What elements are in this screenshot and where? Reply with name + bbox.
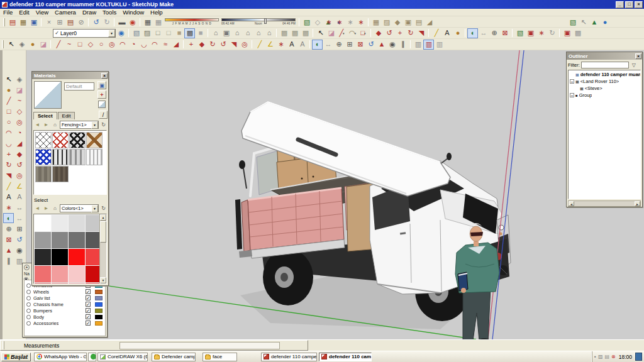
start-button[interactable]: Başlat — [1, 353, 31, 361]
select-tool[interactable]: ↖ — [3, 74, 14, 84]
back-icon[interactable]: ◄ — [33, 204, 42, 212]
menu-file[interactable]: File — [0, 9, 16, 16]
offset-tool[interactable]: ◎ — [239, 40, 250, 50]
menu-draw[interactable]: Draw — [79, 9, 99, 16]
color-brick-1[interactable] — [35, 283, 51, 284]
outliner-steve[interactable]: ▦ <Steve> — [569, 85, 640, 92]
rotated-rectangle-tool[interactable]: ◇ — [14, 106, 25, 116]
task-coreldraw[interactable]: CorelDRAW X6 (64-Bit) — [97, 353, 148, 361]
scroll-left-icon[interactable]: ◄ — [569, 201, 574, 206]
rectangle-button[interactable]: □ ▾ — [358, 28, 369, 38]
swatch-gray-bar-fence[interactable] — [69, 149, 86, 165]
3d-text-tool[interactable]: A — [14, 192, 25, 202]
maximize-button[interactable]: □ — [625, 1, 633, 8]
toolbar-grip[interactable] — [3, 341, 4, 349]
color-near-black[interactable] — [35, 249, 51, 265]
text-button[interactable]: A — [441, 28, 452, 38]
outliner-title-bar[interactable]: Outliner × — [567, 52, 642, 60]
position-camera-tool[interactable]: ▲ — [376, 40, 387, 50]
paint-bucket-tool[interactable]: ● — [27, 40, 38, 50]
shadow-time-slider[interactable]: 06:42 AM Noon 04:46 PM — [221, 18, 296, 27]
color-gray-1[interactable] — [35, 232, 51, 248]
filter-input[interactable] — [581, 62, 629, 69]
materials-button[interactable]: ▣ — [525, 28, 536, 38]
look-around-tool[interactable]: ◉ — [14, 245, 25, 255]
scale-tool[interactable]: ◥ — [228, 40, 239, 50]
sandbox-stamp-button[interactable]: ▣ — [402, 17, 413, 27]
rotate-button[interactable]: ↻ — [405, 28, 416, 38]
tree-expander-icon[interactable] — [574, 86, 579, 90]
tray-alert-icon[interactable]: ⊗ — [611, 354, 616, 359]
home-icon[interactable]: ⌂ — [51, 121, 59, 129]
section-display-tool[interactable]: ▥ — [413, 40, 423, 50]
rotate-tool[interactable]: ↻ — [3, 160, 14, 170]
style-back-edges-button[interactable]: ▨ — [142, 28, 152, 38]
outliner-close-icon[interactable]: × — [635, 53, 641, 59]
layer-galv-list[interactable]: Galv list ✓ — [25, 295, 105, 301]
previous-view-tool[interactable]: ↺ — [14, 234, 25, 244]
line-button[interactable]: ╱ ▾ — [336, 28, 347, 38]
display-pane-button[interactable]: ▣ — [97, 81, 106, 89]
zoom-window-tool[interactable]: ⊞ — [344, 40, 355, 50]
view-back-button[interactable]: ⌂ — [253, 28, 264, 38]
task-sketchup-2[interactable]: defender 110 camper... — [319, 353, 372, 361]
layer-color-chip[interactable] — [95, 321, 103, 326]
polygon-tool[interactable]: ◎ — [14, 117, 25, 127]
2pt-arc-tool[interactable]: ◡ — [3, 138, 14, 148]
forward-icon[interactable]: ► — [42, 204, 50, 212]
vegetation-1-button[interactable]: ∗ — [323, 17, 334, 27]
follow-me-tool[interactable]: ↺ — [218, 40, 228, 50]
tree-expander-icon[interactable]: + — [570, 79, 574, 84]
layer-radio[interactable] — [26, 290, 31, 294]
zoom-tool[interactable]: ⊕ — [333, 40, 344, 50]
outliner-group[interactable]: + ■ Group — [569, 92, 640, 99]
materials-title-bar[interactable]: Materials × — [32, 72, 108, 79]
layer-visible-checkbox[interactable]: ✓ — [86, 308, 91, 313]
tray-app-icon[interactable]: ▪ — [594, 354, 596, 359]
new-button[interactable]: ▤ — [7, 17, 18, 27]
protractor-tool[interactable]: ∠ — [265, 40, 275, 50]
styles-button[interactable]: ▧ — [514, 28, 525, 38]
style-shaded-textures-button[interactable]: ▩ — [184, 28, 195, 38]
3d-viewport[interactable] — [26, 50, 644, 339]
zoom-extents-tool[interactable]: ⊠ — [3, 234, 14, 244]
rectangle-tool[interactable]: □ — [3, 106, 14, 116]
previous-view-tool[interactable]: ↺ — [365, 40, 376, 50]
shadow-dialog-button[interactable]: ▦ — [142, 17, 153, 27]
zoom-button[interactable]: ⊕ — [489, 28, 499, 38]
style-shaded-button[interactable]: ■ — [174, 28, 184, 38]
layer-visible-checkbox[interactable]: ✓ — [86, 302, 91, 307]
material-preview-swatch[interactable] — [34, 81, 62, 109]
push-pull-tool[interactable]: ◆ — [14, 149, 25, 159]
colors-dropdown-arrow[interactable]: ▼ — [91, 205, 98, 212]
scale-tool[interactable]: ◥ — [3, 170, 14, 180]
menu-camera[interactable]: Camera — [52, 9, 79, 16]
edit-group-1-button[interactable]: ▩ — [279, 28, 289, 38]
color-red[interactable] — [69, 249, 85, 265]
sandbox-from-contours-button[interactable]: ▦ — [370, 17, 381, 27]
dimension-tool[interactable]: ↔ — [14, 202, 25, 212]
task-defender-folder[interactable]: Defender camper çizim — [152, 353, 196, 361]
layer-radio[interactable] — [26, 296, 31, 300]
layer-visible-checkbox[interactable]: ✓ — [86, 314, 91, 319]
tape-measure-button[interactable]: ╱ — [431, 28, 441, 38]
segment-tool[interactable]: ◢ — [14, 138, 25, 148]
in-model-icon[interactable]: ↻ — [99, 121, 108, 129]
scrollbar-thumb[interactable] — [100, 221, 106, 243]
move-tool[interactable]: + — [3, 149, 14, 159]
layer-chassis-frame[interactable]: Chassis frame ✓ — [25, 301, 105, 307]
swatch-gray-wood[interactable] — [35, 166, 52, 182]
layer-color-chip[interactable] — [95, 302, 103, 307]
layer-wheels[interactable]: Wheels ✓ — [25, 288, 105, 295]
swatch-dark-wood[interactable] — [52, 166, 69, 182]
view-left-button[interactable]: ⌂ — [264, 28, 274, 38]
arc-button[interactable]: ◠ ▾ — [347, 28, 358, 38]
layer-radio[interactable] — [26, 302, 31, 307]
tray-network-icon[interactable]: ▤ — [604, 354, 609, 359]
view-right-button[interactable]: ⌂ — [242, 28, 253, 38]
time-slider-thumb[interactable] — [264, 18, 267, 24]
line-tool[interactable]: ╱ — [3, 96, 14, 106]
rectangle-tool[interactable]: □ — [74, 40, 85, 50]
undo-button[interactable]: ↺ — [91, 17, 101, 27]
text-tool[interactable]: A — [3, 192, 14, 202]
